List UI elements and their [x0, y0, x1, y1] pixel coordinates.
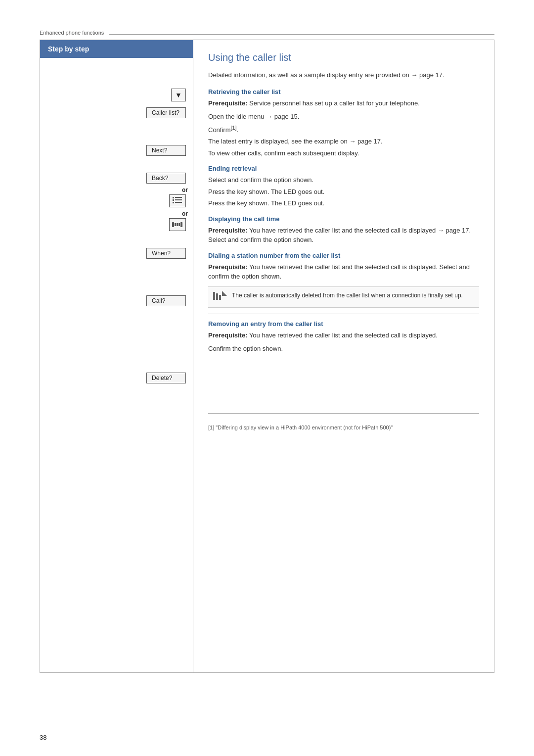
header-line: [109, 34, 494, 35]
footnote-area: [1] "Differing display view in a HiPath …: [208, 413, 479, 432]
prereq-bold-5: Prerequisite:: [208, 331, 247, 339]
next-key[interactable]: Next?: [146, 145, 186, 156]
svg-rect-8: [177, 223, 178, 226]
or-label-2: or: [40, 210, 193, 217]
section-dialing: Dialing a station number from the caller…: [208, 252, 479, 282]
list-icon-key[interactable]: [169, 194, 186, 207]
ending-step2: Press the key shown. The LED goes out.: [208, 187, 479, 197]
divider-1: [208, 314, 479, 314]
main-content-box: Step by step ▼ Caller list? Next?: [40, 40, 494, 673]
footnote-text: [1] "Differing display view in a HiPath …: [208, 424, 479, 432]
svg-rect-11: [213, 292, 215, 300]
dialing-prereq: Prerequisite: You have retrieved the cal…: [208, 262, 479, 282]
retrieving-step4: To view other calls, confirm each subseq…: [208, 148, 479, 158]
caller-list-key-row: Caller list?: [40, 107, 193, 118]
or-label-1: or: [40, 187, 193, 193]
phone-icon-key[interactable]: [169, 218, 186, 231]
prereq-bold-3: Prerequisite:: [208, 227, 247, 234]
svg-rect-5: [175, 202, 182, 203]
step-by-step-header: Step by step: [40, 40, 193, 58]
section-displaying-title: Displaying the call time: [208, 215, 479, 223]
back-key-row: Back?: [40, 173, 193, 184]
call-key-row: Call?: [40, 295, 193, 306]
retrieving-step3: The latest entry is displayed, see the e…: [208, 137, 479, 146]
svg-rect-4: [173, 202, 174, 203]
down-arrow-key[interactable]: ▼: [171, 89, 186, 101]
retrieving-prereq: Prerequisite: Service personnel has set …: [208, 98, 479, 108]
note-icon: [213, 291, 227, 303]
call-key[interactable]: Call?: [146, 295, 186, 306]
svg-rect-13: [219, 295, 221, 300]
svg-rect-9: [178, 223, 180, 226]
prereq-bold-4: Prerequisite:: [208, 263, 247, 271]
removing-step1: Confirm the option shown.: [208, 344, 479, 354]
svg-rect-1: [175, 197, 182, 198]
svg-marker-14: [222, 291, 227, 296]
prereq-bold-1: Prerequisite:: [208, 99, 247, 107]
section-removing-title: Removing an entry from the caller list: [208, 320, 479, 328]
retrieving-step1: Open the idle menu → page 15.: [208, 112, 479, 122]
svg-rect-6: [172, 222, 174, 227]
sidebar-items: ▼ Caller list? Next? Back?: [40, 58, 193, 672]
list-icon: [173, 197, 182, 205]
caller-list-key[interactable]: Caller list?: [146, 107, 186, 118]
header-text: Enhanced phone functions: [40, 30, 104, 36]
section-ending: Ending retrieval Select and confirm the …: [208, 165, 479, 208]
next-key-row: Next?: [40, 145, 193, 156]
svg-rect-12: [216, 293, 218, 300]
when-key-row: When?: [40, 248, 193, 259]
header-section: Enhanced phone functions: [40, 30, 494, 36]
phone-icon: [172, 221, 183, 229]
phone-key-row: [40, 218, 193, 231]
section-removing: Removing an entry from the caller list P…: [208, 320, 479, 354]
section-ending-title: Ending retrieval: [208, 165, 479, 172]
section-displaying: Displaying the call time Prerequisite: Y…: [208, 215, 479, 245]
delete-key[interactable]: Delete?: [146, 373, 186, 383]
footnote-divider: [208, 413, 479, 414]
svg-rect-10: [180, 222, 182, 227]
when-key[interactable]: When?: [146, 248, 186, 259]
ending-step3: Press the key shown. The LED goes out.: [208, 198, 479, 208]
note-text: The caller is automatically deleted from…: [232, 291, 463, 300]
intro-text: Detailed information, as well as a sampl…: [208, 70, 479, 80]
page-title: Using the caller list: [208, 52, 479, 63]
section-retrieving: Retrieving the caller list Prerequisite:…: [208, 88, 479, 158]
note-box: The caller is automatically deleted from…: [208, 286, 479, 308]
right-column: Using the caller list Detailed informati…: [193, 40, 494, 672]
retrieving-step2: Confirm[1].: [208, 124, 479, 135]
svg-rect-0: [173, 197, 174, 198]
down-arrow-key-row: ▼: [40, 89, 193, 101]
svg-rect-7: [175, 223, 176, 226]
svg-rect-3: [175, 199, 182, 200]
bars-icon: [213, 291, 227, 301]
section-dialing-title: Dialing a station number from the caller…: [208, 252, 479, 259]
section-retrieving-title: Retrieving the caller list: [208, 88, 479, 95]
svg-rect-2: [173, 199, 174, 201]
displaying-prereq: Prerequisite: You have retrieved the cal…: [208, 226, 479, 245]
delete-key-row: Delete?: [40, 373, 193, 383]
removing-prereq: Prerequisite: You have retrieved the cal…: [208, 331, 479, 340]
left-column: Step by step ▼ Caller list? Next?: [40, 40, 193, 672]
page-container: Enhanced phone functions Step by step ▼ …: [0, 0, 534, 756]
back-key[interactable]: Back?: [146, 173, 186, 184]
ending-step1: Select and confirm the option shown.: [208, 175, 479, 185]
page-number: 38: [40, 734, 46, 741]
list-key-row: [40, 194, 193, 207]
